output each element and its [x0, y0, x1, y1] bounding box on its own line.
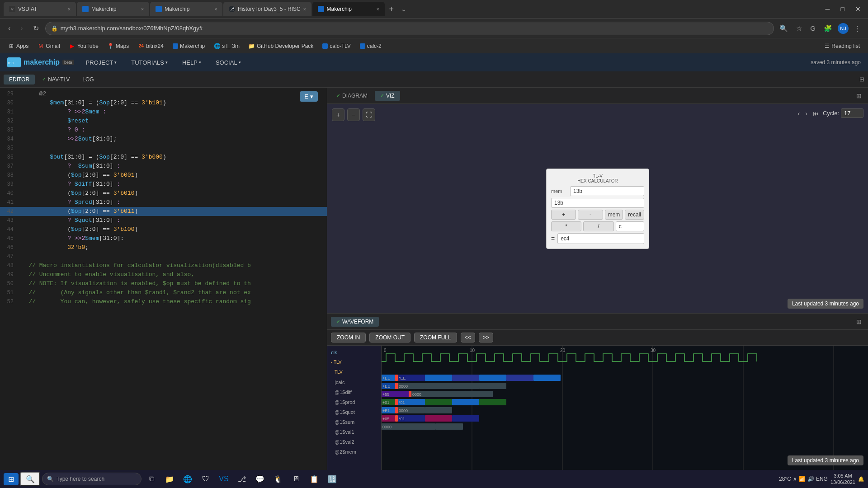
url-bar[interactable]: 🔒 myth3.makerchip.com/sandbox/0Z6fMhNpZ/…: [45, 22, 774, 35]
taskbar-app-calculator[interactable]: 🔢: [324, 472, 340, 486]
line-content-31: ? >>2$mem :: [18, 108, 327, 117]
code-line-39: 39 ? $diff[31:0] :: [0, 180, 327, 189]
close-tab-mk5[interactable]: ×: [377, 7, 379, 12]
close-tab-gh[interactable]: ×: [303, 7, 306, 12]
taskbar-task-view[interactable]: ⧉: [143, 472, 160, 486]
nav-social[interactable]: SOCIAL ▾: [213, 57, 244, 68]
minimize-button[interactable]: ─: [822, 4, 834, 14]
bookmark-star-button[interactable]: ☆: [793, 23, 805, 34]
zoom-out-diagram-button[interactable]: −: [347, 108, 360, 121]
diagram-expand-button[interactable]: ⊞: [854, 91, 864, 100]
zoom-out-waveform-button[interactable]: ZOOM OUT: [369, 333, 410, 343]
maximize-button[interactable]: □: [837, 4, 848, 14]
edge-icon[interactable]: G: [807, 23, 818, 34]
close-tab-mk3[interactable]: ×: [214, 7, 217, 12]
waveform-expand-button[interactable]: ⊞: [854, 317, 864, 326]
fullscreen-diagram-button[interactable]: ⛶: [363, 108, 375, 121]
cycle-input[interactable]: [841, 108, 863, 118]
taskbar-time-date[interactable]: 3:05 AM 13/06/2021: [830, 473, 855, 486]
tab-github[interactable]: ⎇ History for Day3_5 - RISC ×: [223, 2, 311, 16]
bookmark-calc2[interactable]: calc-2: [356, 42, 385, 51]
nj-profile[interactable]: NJ: [838, 23, 849, 34]
bookmark-sl3m[interactable]: 🌐 s l_ 3m: [210, 42, 243, 51]
calc-mem-button[interactable]: mem: [605, 210, 623, 220]
tab-diagram[interactable]: ✓ DIAGRAM: [331, 91, 373, 101]
calc-minus-button[interactable]: -: [578, 210, 603, 220]
bookmark-gmail[interactable]: M Gmail: [34, 42, 63, 51]
code-line-44: 44 ($op[2:0] == 3'b100): [0, 225, 327, 234]
nav-tutorials[interactable]: TUTORIALS ▾: [128, 57, 170, 68]
waveform-next-button[interactable]: >>: [479, 333, 493, 343]
back-button[interactable]: ‹: [5, 23, 14, 34]
code-line-41: 41 ? $prod[31:0] :: [0, 198, 327, 207]
calc-mul-button[interactable]: *: [551, 221, 581, 231]
calc-result-input[interactable]: [557, 233, 644, 244]
zoom-in-diagram-button[interactable]: +: [332, 108, 344, 121]
taskbar-app-vm[interactable]: 🖥: [288, 472, 304, 486]
taskbar-app-shield[interactable]: 🛡: [198, 472, 214, 486]
taskbar-app-vs[interactable]: VS: [216, 472, 232, 486]
taskbar-up-arrow: ∧: [793, 476, 797, 482]
e-dropdown-button[interactable]: E ▾: [300, 91, 318, 102]
zoom-in-waveform-button[interactable]: ZOOM IN: [331, 333, 366, 343]
calc-display-row: [551, 198, 644, 208]
new-tab-button[interactable]: +: [386, 5, 398, 14]
next-cycle-button[interactable]: ›: [803, 109, 809, 118]
reload-button[interactable]: ↻: [29, 22, 42, 34]
svg-rect-15: [452, 375, 479, 381]
taskbar-app-files[interactable]: 📋: [306, 472, 322, 486]
close-tab-vsdiat[interactable]: ×: [68, 7, 71, 12]
close-tab-mk2[interactable]: ×: [141, 7, 144, 12]
taskbar-search-bar[interactable]: 🔍 Type here to search: [42, 473, 142, 485]
tab-viz[interactable]: ✓ VIZ: [375, 91, 400, 101]
bookmark-maps[interactable]: 📍 Maps: [104, 42, 132, 51]
tab-log[interactable]: LOG: [77, 75, 99, 84]
tab-nav-tlv[interactable]: ✓ NAV-TLV: [37, 75, 75, 84]
bookmark-gh-pack[interactable]: 📁 GitHub Developer Pack: [245, 42, 317, 51]
start-button[interactable]: ⊞: [4, 473, 19, 485]
bookmark-youtube[interactable]: ▶ YouTube: [66, 42, 102, 51]
search-button[interactable]: 🔍: [777, 23, 791, 34]
taskbar-notification-icon[interactable]: 🔔: [858, 476, 864, 482]
calc-mem-input[interactable]: [570, 186, 644, 196]
bookmark-bitrix24[interactable]: 24 bitrix24: [134, 42, 167, 51]
tab-makerchip5[interactable]: Makerchip ×: [312, 2, 385, 16]
line-num-47: 47: [0, 252, 18, 261]
bookmark-calc-tlv[interactable]: calc-TLV: [319, 42, 354, 51]
prev-cycle-button[interactable]: ‹: [796, 109, 802, 118]
nav-help[interactable]: HELP ▾: [179, 57, 204, 68]
reading-list-button[interactable]: ☰ Reading list: [821, 42, 863, 51]
tab-vsdiat[interactable]: V VSDIAT ×: [4, 2, 76, 16]
waveform-prev-button[interactable]: <<: [461, 333, 475, 343]
taskbar-app-discord[interactable]: 💬: [252, 472, 268, 486]
tab-makerchip3[interactable]: Makerchip ×: [150, 2, 222, 16]
calc-display-input[interactable]: [551, 198, 644, 208]
more-options-button[interactable]: ⋮: [851, 23, 863, 34]
taskbar-search-button[interactable]: 🔍: [20, 472, 40, 486]
first-cycle-button[interactable]: ⏮: [811, 109, 821, 118]
calc-operand-input[interactable]: [616, 221, 644, 231]
line-num-40: 40: [0, 189, 18, 198]
toolbar-expand-icon[interactable]: ⊞: [859, 76, 864, 83]
taskbar-browser[interactable]: 🌐: [179, 472, 196, 486]
taskbar-app-ubuntu[interactable]: 🐧: [270, 472, 286, 486]
tab-waveform[interactable]: ✓ WAVEFORM: [331, 317, 379, 327]
forward-button[interactable]: ›: [17, 23, 26, 34]
bookmark-apps[interactable]: ⊞ Apps: [5, 42, 32, 51]
taskbar-app-github[interactable]: ⎇: [234, 472, 250, 486]
taskbar-file-explorer[interactable]: 📁: [161, 472, 178, 486]
tab-favicon-mk3: [156, 6, 162, 12]
app-header: mc makerchip beta PROJECT ▾ TUTORIALS ▾ …: [0, 53, 868, 71]
tab-editor[interactable]: EDITOR: [4, 75, 35, 84]
extensions-button[interactable]: 🧩: [821, 23, 835, 34]
close-window-button[interactable]: ✕: [852, 4, 864, 14]
calc-recall-button[interactable]: recall: [625, 210, 644, 220]
calc-div-button[interactable]: /: [583, 221, 613, 231]
nav-project[interactable]: PROJECT ▾: [83, 57, 120, 68]
code-area[interactable]: 29 @2 30 $mem[31:0] = ($op[2:0] == 3'b10…: [0, 88, 327, 470]
calc-plus-button[interactable]: +: [551, 210, 576, 220]
bookmark-makerchip[interactable]: Makerchip: [169, 42, 208, 51]
profile-dropdown-icon[interactable]: ⌄: [401, 5, 406, 13]
tab-makerchip2[interactable]: Makerchip ×: [77, 2, 149, 16]
zoom-full-waveform-button[interactable]: ZOOM FULL: [414, 333, 457, 343]
